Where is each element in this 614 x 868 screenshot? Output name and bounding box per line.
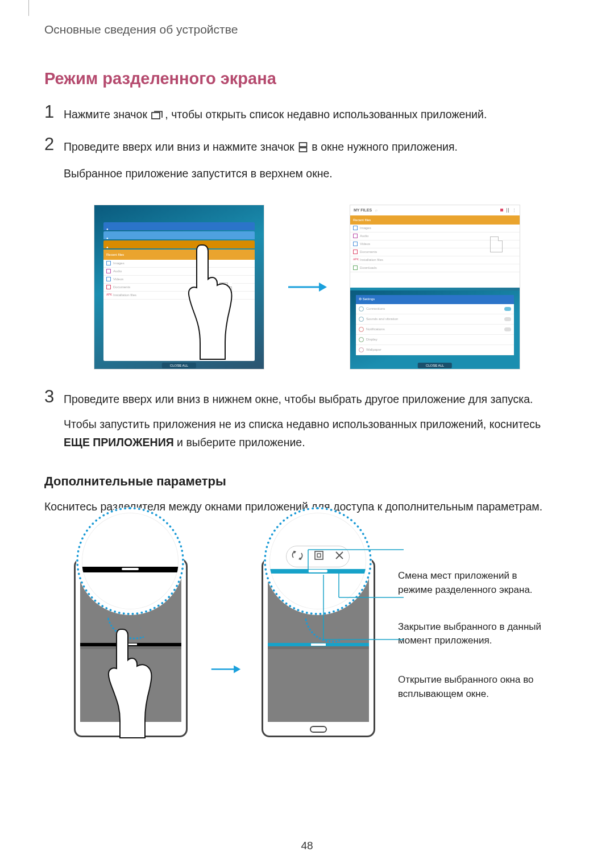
magnifier-right [264, 507, 372, 615]
callout-popup: Открытие выбранного окна во всплывающем … [398, 673, 546, 701]
list-item: Images [360, 226, 371, 230]
page-number: 48 [0, 840, 614, 852]
svg-rect-10 [317, 554, 321, 557]
step3-line1: Проведите вверх или вниз в нижнем окне, … [64, 390, 570, 408]
settings-header: ⚙ Settings [356, 295, 514, 304]
right-orange-label: Recent files [353, 218, 371, 222]
svg-rect-1 [299, 143, 306, 147]
section-title: Режим разделенного экрана [44, 69, 570, 88]
svg-marker-6 [234, 665, 240, 673]
arrow-right-icon [210, 663, 244, 675]
close-all-button: CLOSE ALL [418, 363, 452, 368]
step-number: 3 [44, 387, 64, 459]
step-3: 3 Проведите вверх или вниз в нижнем окне… [44, 387, 570, 459]
step1-text-pre: Нажмите значок [64, 108, 147, 121]
step2-line1-post: в окне нужного приложения. [312, 140, 458, 153]
list-item: Connections [366, 307, 385, 310]
popup-window-icon [314, 550, 324, 563]
svg-rect-0 [152, 113, 160, 119]
callout-close: Закрытие выбранного в данный момент прил… [398, 620, 546, 648]
magnifier-left [76, 507, 184, 615]
list-item: Audio [360, 234, 368, 238]
subsection-title: Дополнительные параметры [44, 474, 570, 489]
step3-line2-post: и выберите приложение. [174, 436, 305, 448]
list-item: Notifications [366, 327, 385, 331]
svg-marker-4 [319, 283, 327, 292]
list-item: Downloads [360, 266, 377, 269]
list-item: Videos [113, 277, 123, 281]
callout-swap: Смена мест приложений в режиме разделенн… [398, 569, 546, 597]
tablet-screenshot-left: ● ● ● Recent files Images Audio Videos D… [94, 205, 264, 369]
figure-split-select: ● ● ● Recent files Images Audio Videos D… [44, 205, 570, 369]
step2-line2: Выбранное приложение запустится в верхне… [64, 164, 570, 182]
step3-line2-bold: ЕЩЕ ПРИЛОЖЕНИЯ [64, 436, 174, 448]
list-item: Videos [360, 242, 370, 246]
close-icon [335, 551, 344, 562]
step2-line1-pre: Проведите вверх или вниз и нажмите значо… [64, 140, 294, 153]
step-number: 2 [44, 134, 64, 189]
step-1: 1 Нажмите значок , чтобы открыть список … [44, 102, 570, 132]
list-item: Images [113, 261, 125, 265]
arrow-right-icon [287, 280, 327, 294]
breadcrumb: Основные сведения об устройстве [44, 23, 570, 36]
list-item: Documents [360, 250, 377, 254]
file-icon [219, 283, 232, 298]
close-all-button: CLOSE ALL [162, 363, 196, 368]
recent-apps-icon [151, 107, 164, 125]
svg-rect-9 [315, 551, 323, 559]
split-screen-icon [298, 139, 308, 157]
step-number: 1 [44, 102, 64, 132]
step1-text-post: , чтобы открыть список недавно использов… [165, 108, 487, 121]
list-item: Wallpaper [366, 348, 381, 351]
step3-line2-pre: Чтобы запустить приложения не из списка … [64, 418, 541, 430]
list-item: Audio [113, 269, 122, 273]
list-item: Installation files [360, 258, 383, 261]
list-item: Installation files [113, 293, 136, 297]
list-item: Display [366, 338, 377, 341]
tablet-screenshot-right: MY FILES ⌕ ⋮ Recent files Images Audio V… [350, 205, 520, 369]
figure-divider-options: Смена мест приложений в режиме разделенн… [44, 533, 570, 737]
svg-rect-2 [299, 148, 306, 152]
step-2: 2 Проведите вверх или вниз и нажмите зна… [44, 134, 570, 189]
callout-list: Смена мест приложений в режиме разделенн… [398, 569, 546, 701]
swap-apps-icon [292, 550, 303, 563]
list-item: Documents [113, 285, 130, 289]
list-item: Sounds and vibration [366, 317, 398, 321]
left-orange-label: Recent files [106, 253, 124, 256]
file-icon [490, 236, 503, 252]
files-label: MY FILES [354, 208, 372, 212]
